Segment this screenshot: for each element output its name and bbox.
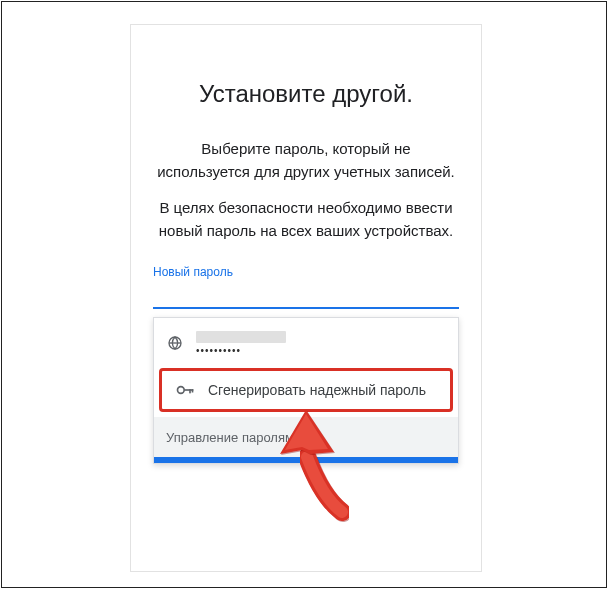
page-title: Установите другой. xyxy=(131,80,481,108)
generate-password-button[interactable]: Сгенерировать надежный пароль xyxy=(159,368,453,412)
new-password-input[interactable] xyxy=(153,307,459,309)
svg-rect-4 xyxy=(192,389,194,392)
password-suggestion-dropdown: •••••••••• Сгенерировать надежный пароль… xyxy=(153,317,459,464)
screenshot-frame: Установите другой. Выберите пароль, кото… xyxy=(1,1,607,588)
key-icon xyxy=(174,381,196,399)
saved-password-dots: •••••••••• xyxy=(196,346,286,356)
description: Выберите пароль, который не используется… xyxy=(153,137,459,254)
desc-line-2: В целях безопасности необходимо ввести н… xyxy=(153,196,459,243)
saved-password-item[interactable]: •••••••••• xyxy=(154,318,458,368)
password-card: Установите другой. Выберите пароль, кото… xyxy=(130,24,482,572)
dropdown-accent-bar xyxy=(154,457,458,463)
generate-password-label: Сгенерировать надежный пароль xyxy=(208,382,426,398)
manage-passwords-link[interactable]: Управление паролями xyxy=(154,417,458,457)
saved-username-redacted xyxy=(196,331,286,343)
saved-password-content: •••••••••• xyxy=(196,331,286,356)
desc-line-1: Выберите пароль, который не используется… xyxy=(153,137,459,184)
new-password-label: Новый пароль xyxy=(153,265,233,279)
svg-rect-3 xyxy=(189,389,191,393)
svg-point-1 xyxy=(178,387,185,394)
globe-icon xyxy=(166,334,184,352)
manage-passwords-label: Управление паролями xyxy=(166,430,301,445)
